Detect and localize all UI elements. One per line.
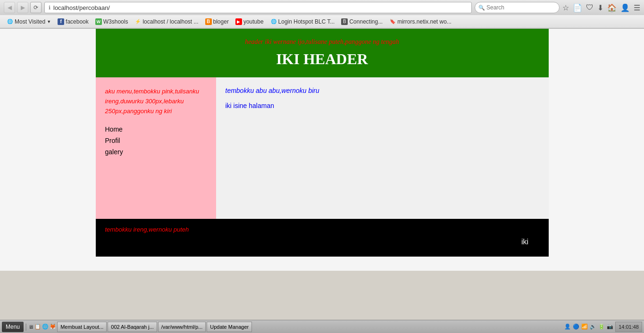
taskbar-separator-1: | — [25, 323, 27, 331]
bloger-icon: B — [205, 18, 212, 25]
taskbar-btn-update-label: Update Manager — [210, 324, 249, 330]
bookmark-login-hotspot[interactable]: 🌐 Login Hotspot BLC T... — [268, 17, 338, 26]
menu-item-galery[interactable]: galery — [105, 148, 207, 156]
tray-camera-icon[interactable]: 📷 — [607, 324, 613, 330]
pocket-icon[interactable]: 📄 — [573, 3, 582, 12]
taskbar-btn-update[interactable]: Update Manager — [207, 322, 252, 332]
taskbar-btn-var-label: /var/www/html/p... — [161, 324, 202, 330]
taskbar-icon-3[interactable]: 🌐 — [42, 324, 49, 330]
taskbar: Menu | 🖥 📋 🌐 🦊 Membuat Layout... 002 Al-… — [0, 320, 644, 333]
bookmark-facebook[interactable]: f facebook — [55, 17, 92, 26]
hotspot-icon: 🌐 — [270, 18, 277, 25]
security-icon: ℹ — [49, 5, 50, 11]
bookmark-localhost[interactable]: ⚡ localhost / localhost ... — [132, 17, 201, 26]
bookmark-mirrors[interactable]: 🔖 mirrors.netix.net wo... — [386, 17, 454, 26]
address-bar[interactable]: ℹ localhost/percobaan/ — [44, 2, 472, 13]
content-text: iki isine halaman — [226, 102, 539, 109]
localhost-icon: ⚡ — [134, 18, 141, 25]
taskbar-btn-layout[interactable]: Membuat Layout... — [57, 322, 107, 332]
browser-body: header iki wernane ijo,tulisane puteh,pa… — [0, 29, 644, 271]
bookmark-w3shools[interactable]: W W3shools — [92, 17, 131, 26]
main-layout: aku menu,tembokku pink,tulisanku ireng,d… — [96, 77, 549, 219]
page-wrapper: header iki wernane ijo,tulisane puteh,pa… — [96, 29, 549, 257]
hotspot-label: Login Hotspot BLC T... — [278, 18, 335, 25]
toolbar-icons: ☆ 📄 🛡 ⬇ 🏠 👤 ☰ — [562, 3, 640, 12]
localhost-label: localhost / localhost ... — [142, 18, 198, 25]
footer-comment: tembokku ireng,wernoku puteh — [105, 226, 539, 233]
most-visited-arrow-icon: ▼ — [47, 19, 51, 24]
bookmark-connecting[interactable]: B Connecting... — [338, 17, 385, 26]
w3shools-icon: W — [95, 18, 102, 25]
taskbar-btn-var[interactable]: /var/www/html/p... — [158, 322, 206, 332]
footer-marquee-text: iki jenenge footer tapi ono marquee ne — [105, 238, 530, 246]
facebook-icon: f — [58, 18, 64, 25]
taskbar-clock: 14:01:48 — [615, 322, 642, 332]
bookmark-star-icon[interactable]: ☆ — [562, 3, 569, 12]
mirrors-label: mirrors.netix.net wo... — [397, 18, 452, 25]
tray-wifi-icon[interactable]: 📶 — [581, 324, 588, 330]
bookmarks-bar: 🌐 Most Visited ▼ f facebook W W3shools ⚡… — [0, 15, 644, 28]
back-button[interactable]: ◀ — [4, 2, 15, 13]
tray-user-icon[interactable]: 👤 — [564, 324, 571, 330]
download-icon[interactable]: ⬇ — [597, 3, 603, 12]
bookmark-bloger[interactable]: B bloger — [202, 17, 232, 26]
menu-item-home[interactable]: Home — [105, 125, 207, 133]
menu-item-profil[interactable]: Profil — [105, 137, 207, 144]
sidebar-menu: HomeProfilgalery — [105, 125, 207, 156]
menu-icon[interactable]: ☰ — [634, 3, 640, 12]
search-icon: 🔍 — [478, 5, 485, 11]
tray-battery-icon[interactable]: 🔋 — [598, 324, 605, 330]
taskbar-icon-1[interactable]: 🖥 — [28, 324, 33, 330]
forward-button[interactable]: ▶ — [17, 2, 28, 13]
taskbar-icon-firefox[interactable]: 🦊 — [50, 324, 56, 330]
bookmark-most-visited[interactable]: 🌐 Most Visited ▼ — [4, 17, 54, 26]
taskbar-btn-layout-label: Membuat Layout... — [60, 324, 103, 330]
bookmark-youtube[interactable]: ▶ youtube — [233, 17, 267, 26]
reload-button[interactable]: ⟳ — [30, 2, 42, 13]
header-title: IKI HEADER — [105, 50, 539, 68]
connecting-label: Connecting... — [349, 18, 383, 25]
taskbar-start-label: Menu — [6, 324, 20, 330]
search-wrapper: 🔍 — [475, 2, 560, 13]
footer-marquee: iki jenenge footer tapi ono marquee ne — [105, 238, 539, 248]
content-area: tembokku abu abu,wernoku biru iki isine … — [216, 77, 549, 219]
address-text: localhost/percobaan/ — [53, 4, 110, 11]
taskbar-icon-2[interactable]: 📋 — [34, 324, 41, 330]
connecting-icon: B — [341, 18, 348, 25]
sidebar-comment: aku menu,tembokku pink,tulisanku ireng,d… — [105, 87, 207, 116]
pocket-save-icon[interactable]: 🛡 — [586, 3, 594, 12]
bloger-label: bloger — [213, 18, 229, 25]
site-header: header iki wernane ijo,tulisane puteh,pa… — [96, 29, 549, 77]
most-visited-label: Most Visited — [15, 18, 45, 25]
youtube-label: youtube — [243, 18, 264, 25]
browser-chrome: ◀ ▶ ⟳ ℹ localhost/percobaan/ 🔍 ☆ 📄 🛡 ⬇ 🏠… — [0, 0, 644, 29]
mirrors-icon: 🔖 — [389, 18, 396, 25]
taskbar-start-button[interactable]: Menu — [2, 322, 24, 332]
facebook-label: facebook — [66, 18, 89, 25]
taskbar-btn-quran-label: 002 Al-Baqarah j... — [111, 324, 154, 330]
tray-bluetooth-icon[interactable]: 🔵 — [573, 324, 579, 330]
browser-titlebar: ◀ ▶ ⟳ ℹ localhost/percobaan/ 🔍 ☆ 📄 🛡 ⬇ 🏠… — [0, 0, 644, 15]
content-comment: tembokku abu abu,wernoku biru — [226, 87, 539, 94]
sidebar: aku menu,tembokku pink,tulisanku ireng,d… — [96, 77, 216, 219]
youtube-icon: ▶ — [235, 18, 242, 25]
most-visited-icon: 🌐 — [7, 18, 13, 25]
header-comment: header iki wernane ijo,tulisane puteh,pa… — [105, 38, 539, 46]
taskbar-btn-quran[interactable]: 002 Al-Baqarah j... — [108, 322, 157, 332]
profile-icon[interactable]: 👤 — [620, 3, 630, 12]
clock-display: 14:01:48 — [619, 324, 639, 330]
w3shools-label: W3shools — [103, 18, 128, 25]
site-footer: tembokku ireng,wernoku puteh iki jenenge… — [96, 219, 549, 257]
home-icon[interactable]: 🏠 — [607, 3, 617, 12]
nav-buttons: ◀ ▶ ⟳ — [4, 2, 42, 13]
search-input[interactable] — [475, 2, 560, 13]
taskbar-right: 👤 🔵 📶 🔊 🔋 📷 14:01:48 — [564, 322, 642, 332]
tray-volume-icon[interactable]: 🔊 — [590, 324, 596, 330]
